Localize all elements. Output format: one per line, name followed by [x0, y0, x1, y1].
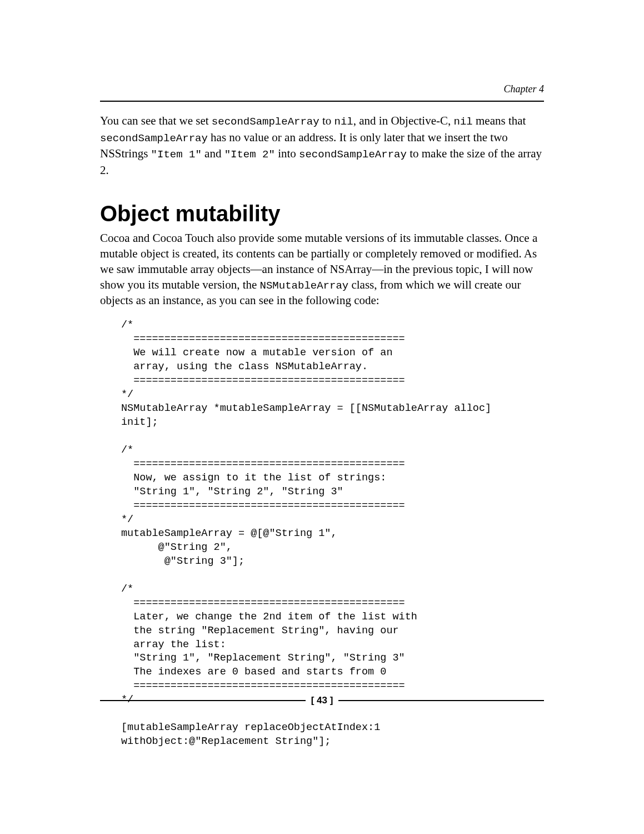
section-heading: Object mutability	[100, 201, 544, 226]
inline-code: secondSampleArray	[299, 148, 407, 161]
code-block: /* =====================================…	[121, 319, 544, 749]
inline-code: secondSampleArray	[212, 116, 319, 128]
page-number: [ 43 ]	[306, 695, 339, 706]
text: means that	[473, 114, 526, 127]
text: , and in Objective-C,	[353, 114, 454, 127]
inline-code: "Item 1"	[151, 148, 202, 161]
section-paragraph: Cocoa and Cocoa Touch also provide some …	[100, 231, 544, 309]
inline-code: nil	[335, 116, 353, 128]
page-header: Chapter 4	[100, 83, 544, 102]
inline-code: "Item 2"	[224, 148, 275, 161]
header-rule	[100, 101, 544, 102]
page: Chapter 4 You can see that we set second…	[0, 0, 644, 834]
footer-rule-right	[338, 700, 544, 701]
text: to	[319, 114, 335, 127]
inline-code: secondSampleArray	[100, 132, 208, 145]
text: into	[275, 147, 299, 160]
intro-paragraph: You can see that we set secondSampleArra…	[100, 113, 544, 178]
page-footer: [ 43 ]	[100, 695, 544, 706]
chapter-label: Chapter 4	[100, 83, 544, 95]
inline-code: nil	[454, 116, 473, 128]
text: and	[202, 147, 224, 160]
inline-code: NSMutableArray	[260, 280, 349, 292]
text: You can see that we set	[100, 114, 212, 127]
footer-rule-left	[100, 700, 306, 701]
